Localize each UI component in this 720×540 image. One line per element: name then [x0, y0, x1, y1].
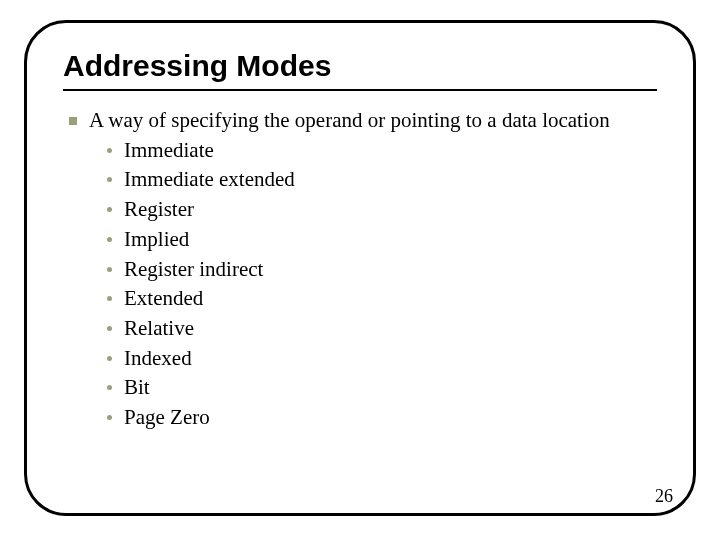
list-item: Register indirect — [107, 256, 657, 284]
dot-bullet-icon — [107, 356, 112, 361]
dot-bullet-icon — [107, 415, 112, 420]
dot-bullet-icon — [107, 296, 112, 301]
list-item-label: Relative — [124, 315, 194, 343]
slide-title: Addressing Modes — [63, 49, 657, 83]
page-number: 26 — [655, 486, 673, 507]
dot-bullet-icon — [107, 267, 112, 272]
dot-bullet-icon — [107, 326, 112, 331]
list-item-label: Implied — [124, 226, 189, 254]
list-item: Immediate — [107, 137, 657, 165]
list-item-label: Immediate — [124, 137, 214, 165]
square-bullet-icon — [69, 117, 77, 125]
dot-bullet-icon — [107, 237, 112, 242]
list-item-label: Immediate extended — [124, 166, 295, 194]
list-item-label: Indexed — [124, 345, 192, 373]
list-item: Relative — [107, 315, 657, 343]
slide-body: A way of specifying the operand or point… — [63, 107, 657, 432]
list-item-label: Extended — [124, 285, 203, 313]
list-item: Register — [107, 196, 657, 224]
list-item-label: Register — [124, 196, 194, 224]
dot-bullet-icon — [107, 385, 112, 390]
dot-bullet-icon — [107, 177, 112, 182]
list-item: Bit — [107, 374, 657, 402]
slide-frame: Addressing Modes A way of specifying the… — [24, 20, 696, 516]
dot-bullet-icon — [107, 148, 112, 153]
title-underline — [63, 89, 657, 91]
list-item-label: Bit — [124, 374, 150, 402]
slide: Addressing Modes A way of specifying the… — [0, 0, 720, 540]
list-item: Indexed — [107, 345, 657, 373]
list-item-label: Register indirect — [124, 256, 263, 284]
list-item: Immediate extended — [107, 166, 657, 194]
lead-line: A way of specifying the operand or point… — [69, 107, 657, 135]
list-item: Page Zero — [107, 404, 657, 432]
dot-bullet-icon — [107, 207, 112, 212]
list-item: Implied — [107, 226, 657, 254]
sub-list: Immediate Immediate extended Register Im… — [107, 137, 657, 432]
lead-text: A way of specifying the operand or point… — [89, 107, 610, 135]
list-item-label: Page Zero — [124, 404, 210, 432]
list-item: Extended — [107, 285, 657, 313]
